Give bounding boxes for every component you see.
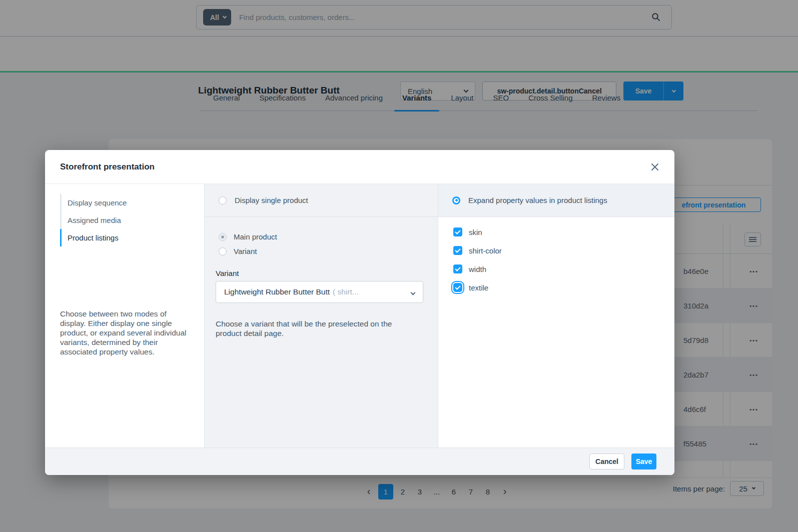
single-product-column: Display single product Main product Vari… — [204, 184, 438, 448]
property-row-width[interactable]: width — [453, 264, 502, 274]
modal-footer: Cancel Save — [45, 448, 674, 475]
close-icon[interactable] — [650, 162, 659, 172]
radio-checked-icon[interactable] — [452, 196, 460, 204]
expand-property-values-option[interactable]: Expand property values in product listin… — [438, 184, 674, 217]
nav-item-product-listings[interactable]: Product listings — [60, 229, 191, 246]
checkbox-checked-icon[interactable] — [453, 246, 462, 255]
modal-save-button[interactable]: Save — [631, 454, 656, 470]
chevron-down-icon — [411, 288, 415, 296]
property-label: width — [469, 265, 486, 274]
modal-title: Storefront presentation — [60, 162, 155, 172]
display-single-product-label: Display single product — [235, 196, 308, 204]
variant-select-value: Lightweight Rubber Butter Butt — [224, 288, 330, 296]
checkbox-checked-focused-icon[interactable] — [453, 283, 462, 292]
modal-header: Storefront presentation — [45, 150, 674, 184]
variant-radio-label: Variant — [234, 247, 257, 256]
property-row-textile[interactable]: textile — [453, 283, 502, 292]
property-label: skin — [469, 228, 482, 236]
modal-cancel-button[interactable]: Cancel — [589, 454, 624, 470]
variant-select-suffix: ( shirt... — [333, 288, 359, 296]
property-label: shirt-color — [469, 246, 502, 255]
checkbox-checked-icon[interactable] — [453, 228, 462, 236]
nav-item-assigned-media[interactable]: Assigned media — [60, 212, 191, 229]
modal-body: Display sequence Assigned media Product … — [45, 184, 674, 448]
modal-description: Choose between two modes of display. Eit… — [60, 309, 192, 356]
property-label: textile — [469, 284, 488, 292]
storefront-presentation-modal: Storefront presentation Display sequence… — [45, 150, 674, 475]
variant-option[interactable]: Variant — [219, 247, 257, 256]
modal-nav: Display sequence Assigned media Product … — [60, 194, 191, 246]
display-single-product-option[interactable]: Display single product — [205, 184, 438, 217]
radio-checked-disabled-icon[interactable] — [219, 233, 227, 241]
main-product-option[interactable]: Main product — [219, 232, 277, 241]
variant-help-text: Choose a variant that will be the presel… — [216, 319, 416, 338]
expand-properties-column: Expand property values in product listin… — [438, 184, 674, 448]
radio-unchecked-icon[interactable] — [219, 196, 227, 204]
modal-sidebar: Display sequence Assigned media Product … — [45, 184, 204, 448]
variant-field-label: Variant — [216, 269, 239, 278]
variant-select[interactable]: Lightweight Rubber Butter Butt ( shirt..… — [216, 281, 423, 303]
expand-property-values-label: Expand property values in product listin… — [468, 196, 607, 204]
property-checkbox-list: skin shirt-color width textile — [453, 228, 502, 292]
main-product-label: Main product — [234, 232, 277, 241]
property-row-skin[interactable]: skin — [453, 228, 502, 236]
radio-unchecked-icon[interactable] — [219, 248, 227, 256]
property-row-shirt-color[interactable]: shirt-color — [453, 246, 502, 255]
nav-item-display-sequence[interactable]: Display sequence — [60, 194, 191, 212]
checkbox-checked-icon[interactable] — [453, 264, 462, 274]
